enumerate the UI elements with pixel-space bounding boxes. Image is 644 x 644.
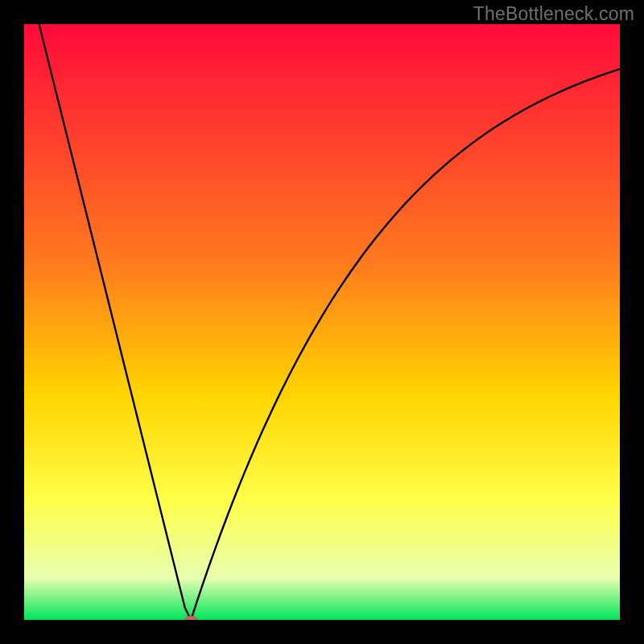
watermark-text: TheBottleneck.com	[473, 3, 634, 25]
plot-area	[24, 24, 620, 620]
plot-svg	[24, 24, 620, 620]
chart-frame: TheBottleneck.com	[0, 0, 644, 644]
